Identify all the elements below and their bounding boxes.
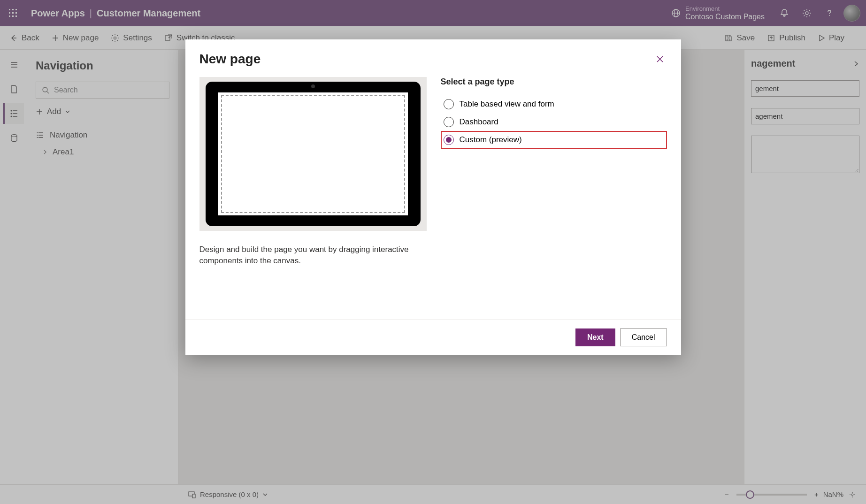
new-page-modal: New page Design and build the page you w… xyxy=(185,39,681,355)
options-title: Select a page type xyxy=(441,77,667,87)
radio-custom-label: Custom (preview) xyxy=(460,135,522,145)
radio-dashboard[interactable]: Dashboard xyxy=(441,113,667,131)
preview-image xyxy=(199,77,427,231)
radio-table-view[interactable]: Table based view and form xyxy=(441,95,667,113)
next-button[interactable]: Next xyxy=(575,328,615,346)
preview-column: Design and build the page you want by dr… xyxy=(199,77,427,310)
radio-dashboard-label: Dashboard xyxy=(460,117,498,127)
close-icon xyxy=(656,55,664,63)
modal-overlay: New page Design and build the page you w… xyxy=(0,0,866,504)
close-button[interactable] xyxy=(653,52,667,66)
radio-icon xyxy=(444,99,454,109)
radio-icon xyxy=(444,117,454,127)
options-column: Select a page type Table based view and … xyxy=(441,77,667,310)
modal-title: New page xyxy=(199,52,261,67)
tablet-frame xyxy=(206,82,421,226)
radio-icon xyxy=(444,135,454,145)
modal-footer: Next Cancel xyxy=(185,320,681,355)
cancel-button[interactable]: Cancel xyxy=(620,328,667,346)
preview-description: Design and build the page you want by dr… xyxy=(199,244,427,267)
radio-table-label: Table based view and form xyxy=(460,99,554,109)
radio-custom-preview[interactable]: Custom (preview) xyxy=(441,131,667,149)
